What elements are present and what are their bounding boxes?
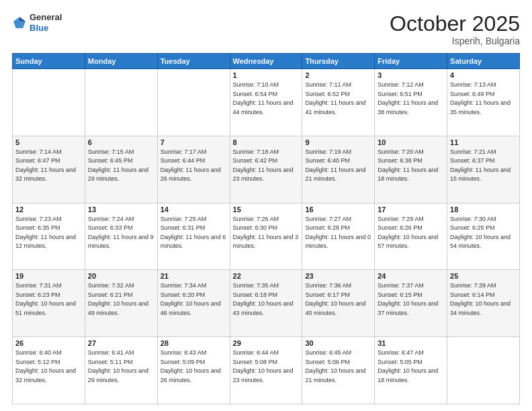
day-info: Sunrise: 7:11 AM Sunset: 6:52 PM Dayligh…: [305, 81, 371, 117]
day-number: 4: [450, 71, 517, 79]
svg-marker-1: [19, 17, 26, 21]
day-info: Sunrise: 7:36 AM Sunset: 6:17 PM Dayligh…: [305, 281, 371, 318]
day-number: 15: [233, 205, 300, 214]
day-info: Sunrise: 7:20 AM Sunset: 6:38 PM Dayligh…: [378, 148, 444, 184]
header: General Blue October 2025 Isperih, Bulga…: [12, 12, 520, 46]
day-info: Sunrise: 7:39 AM Sunset: 6:14 PM Dayligh…: [450, 281, 517, 318]
col-friday: Friday: [375, 54, 447, 69]
logo-text: General Blue: [30, 12, 62, 33]
day-number: 14: [161, 205, 227, 214]
weekday-header-row: Sunday Monday Tuesday Wednesday Thursday…: [13, 54, 520, 69]
col-tuesday: Tuesday: [157, 54, 230, 69]
day-info: Sunrise: 7:15 AM Sunset: 6:45 PM Dayligh…: [88, 148, 154, 184]
table-row: 14Sunrise: 7:25 AM Sunset: 6:31 PM Dayli…: [157, 203, 230, 270]
table-row: 29Sunrise: 6:44 AM Sunset: 5:08 PM Dayli…: [230, 337, 302, 404]
day-number: 18: [450, 205, 517, 214]
day-info: Sunrise: 6:41 AM Sunset: 5:11 PM Dayligh…: [88, 349, 154, 385]
col-wednesday: Wednesday: [230, 54, 302, 69]
day-number: 11: [450, 138, 517, 146]
day-info: Sunrise: 7:24 AM Sunset: 6:33 PM Dayligh…: [88, 215, 154, 251]
logo-blue: Blue: [30, 23, 62, 34]
table-row: [85, 69, 157, 136]
table-row: 21Sunrise: 7:34 AM Sunset: 6:20 PM Dayli…: [157, 270, 230, 337]
day-number: 10: [378, 138, 444, 146]
table-row: 2Sunrise: 7:11 AM Sunset: 6:52 PM Daylig…: [302, 69, 375, 136]
day-info: Sunrise: 7:37 AM Sunset: 6:15 PM Dayligh…: [378, 281, 444, 318]
table-row: 1Sunrise: 7:10 AM Sunset: 6:54 PM Daylig…: [230, 69, 302, 136]
calendar-week-row: 12Sunrise: 7:23 AM Sunset: 6:35 PM Dayli…: [13, 203, 520, 270]
table-row: 4Sunrise: 7:13 AM Sunset: 6:49 PM Daylig…: [447, 69, 520, 136]
day-info: Sunrise: 7:21 AM Sunset: 6:37 PM Dayligh…: [450, 148, 517, 184]
day-number: 20: [88, 272, 154, 280]
day-info: Sunrise: 6:44 AM Sunset: 5:08 PM Dayligh…: [233, 349, 300, 385]
day-number: 7: [161, 138, 227, 146]
table-row: 25Sunrise: 7:39 AM Sunset: 6:14 PM Dayli…: [447, 270, 520, 337]
table-row: 10Sunrise: 7:20 AM Sunset: 6:38 PM Dayli…: [375, 136, 447, 203]
day-number: 29: [233, 339, 300, 347]
month-title: October 2025: [390, 12, 520, 36]
table-row: [13, 69, 85, 136]
day-info: Sunrise: 7:32 AM Sunset: 6:21 PM Dayligh…: [88, 281, 154, 318]
day-info: Sunrise: 7:19 AM Sunset: 6:40 PM Dayligh…: [305, 148, 371, 184]
day-number: 2: [305, 71, 371, 79]
col-monday: Monday: [85, 54, 157, 69]
table-row: 6Sunrise: 7:15 AM Sunset: 6:45 PM Daylig…: [85, 136, 157, 203]
day-info: Sunrise: 7:34 AM Sunset: 6:20 PM Dayligh…: [161, 281, 227, 318]
day-info: Sunrise: 7:25 AM Sunset: 6:31 PM Dayligh…: [161, 215, 227, 251]
day-number: 6: [88, 138, 154, 146]
col-thursday: Thursday: [302, 54, 375, 69]
col-sunday: Sunday: [13, 54, 85, 69]
table-row: 27Sunrise: 6:41 AM Sunset: 5:11 PM Dayli…: [85, 337, 157, 404]
calendar-table: Sunday Monday Tuesday Wednesday Thursday…: [12, 53, 520, 404]
table-row: [447, 337, 520, 404]
table-row: 5Sunrise: 7:14 AM Sunset: 6:47 PM Daylig…: [13, 136, 85, 203]
day-number: 30: [305, 339, 371, 347]
day-number: 13: [88, 205, 154, 214]
title-block: October 2025 Isperih, Bulgaria: [390, 12, 520, 46]
day-number: 1: [233, 71, 300, 79]
day-number: 26: [15, 339, 82, 347]
day-info: Sunrise: 7:27 AM Sunset: 6:28 PM Dayligh…: [305, 215, 371, 251]
day-info: Sunrise: 7:14 AM Sunset: 6:47 PM Dayligh…: [15, 148, 82, 184]
day-info: Sunrise: 7:10 AM Sunset: 6:54 PM Dayligh…: [233, 81, 300, 117]
day-number: 24: [378, 272, 444, 280]
day-number: 9: [305, 138, 371, 146]
table-row: 23Sunrise: 7:36 AM Sunset: 6:17 PM Dayli…: [302, 270, 375, 337]
day-info: Sunrise: 7:12 AM Sunset: 6:51 PM Dayligh…: [378, 81, 444, 117]
table-row: 22Sunrise: 7:35 AM Sunset: 6:18 PM Dayli…: [230, 270, 302, 337]
table-row: [157, 69, 230, 136]
logo: General Blue: [12, 12, 62, 33]
table-row: 30Sunrise: 6:45 AM Sunset: 5:06 PM Dayli…: [302, 337, 375, 404]
day-number: 31: [378, 339, 444, 347]
day-number: 3: [378, 71, 444, 79]
location: Isperih, Bulgaria: [390, 36, 520, 46]
table-row: 26Sunrise: 6:40 AM Sunset: 5:12 PM Dayli…: [13, 337, 85, 404]
day-info: Sunrise: 6:40 AM Sunset: 5:12 PM Dayligh…: [15, 349, 82, 385]
day-info: Sunrise: 6:47 AM Sunset: 5:05 PM Dayligh…: [378, 349, 444, 385]
table-row: 16Sunrise: 7:27 AM Sunset: 6:28 PM Dayli…: [302, 203, 375, 270]
day-info: Sunrise: 7:13 AM Sunset: 6:49 PM Dayligh…: [450, 81, 517, 117]
day-number: 22: [233, 272, 300, 280]
day-number: 25: [450, 272, 517, 280]
day-number: 16: [305, 205, 371, 214]
calendar-week-row: 5Sunrise: 7:14 AM Sunset: 6:47 PM Daylig…: [13, 136, 520, 203]
table-row: 28Sunrise: 6:43 AM Sunset: 5:09 PM Dayli…: [157, 337, 230, 404]
table-row: 8Sunrise: 7:18 AM Sunset: 6:42 PM Daylig…: [230, 136, 302, 203]
day-number: 8: [233, 138, 300, 146]
table-row: 17Sunrise: 7:29 AM Sunset: 6:26 PM Dayli…: [375, 203, 447, 270]
table-row: 24Sunrise: 7:37 AM Sunset: 6:15 PM Dayli…: [375, 270, 447, 337]
day-number: 19: [15, 272, 82, 280]
table-row: 12Sunrise: 7:23 AM Sunset: 6:35 PM Dayli…: [13, 203, 85, 270]
day-number: 23: [305, 272, 371, 280]
calendar-week-row: 1Sunrise: 7:10 AM Sunset: 6:54 PM Daylig…: [13, 69, 520, 136]
day-number: 12: [15, 205, 82, 214]
table-row: 13Sunrise: 7:24 AM Sunset: 6:33 PM Dayli…: [85, 203, 157, 270]
day-info: Sunrise: 7:17 AM Sunset: 6:44 PM Dayligh…: [161, 148, 227, 184]
day-number: 21: [161, 272, 227, 280]
table-row: 3Sunrise: 7:12 AM Sunset: 6:51 PM Daylig…: [375, 69, 447, 136]
table-row: 11Sunrise: 7:21 AM Sunset: 6:37 PM Dayli…: [447, 136, 520, 203]
day-info: Sunrise: 7:35 AM Sunset: 6:18 PM Dayligh…: [233, 281, 300, 318]
day-number: 28: [161, 339, 227, 347]
table-row: 20Sunrise: 7:32 AM Sunset: 6:21 PM Dayli…: [85, 270, 157, 337]
day-info: Sunrise: 7:30 AM Sunset: 6:25 PM Dayligh…: [450, 215, 517, 251]
